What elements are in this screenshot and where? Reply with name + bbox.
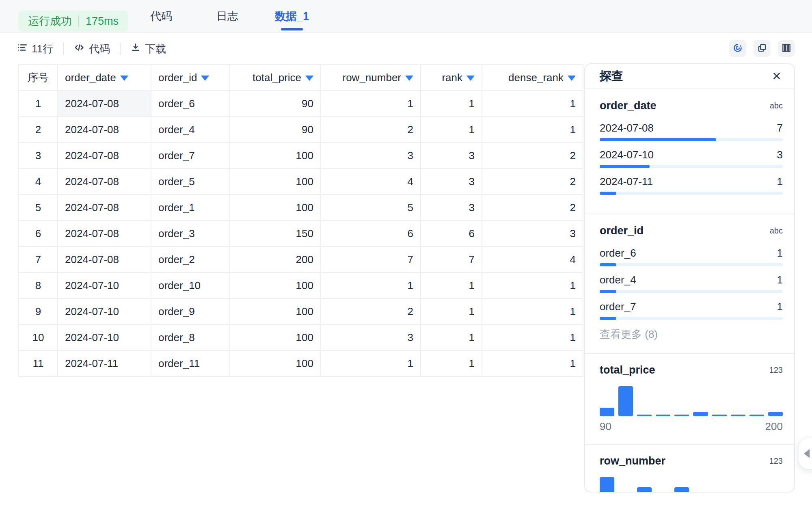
cell-rank[interactable]: 1 <box>421 298 482 324</box>
row-count-button[interactable]: 11行 <box>17 42 53 56</box>
sort-dropdown-icon[interactable] <box>201 76 209 81</box>
cell-order_date[interactable]: 2024-07-10 <box>58 324 151 350</box>
code-button[interactable]: 代码 <box>73 42 110 56</box>
cell-dense_rank[interactable]: 1 <box>482 324 583 350</box>
sort-dropdown-icon[interactable] <box>568 76 576 81</box>
cell-dense_rank[interactable]: 3 <box>482 220 583 246</box>
tab-code[interactable]: 代码 <box>150 0 172 32</box>
cell-order_date[interactable]: 2024-07-10 <box>58 272 151 298</box>
cell-rank[interactable]: 1 <box>421 272 482 298</box>
cell-row_number[interactable]: 3 <box>321 143 421 169</box>
cell-index[interactable]: 1 <box>19 91 58 117</box>
cell-order_id[interactable]: order_11 <box>151 350 230 376</box>
column-header-order_date[interactable]: order_date <box>58 65 151 91</box>
category-stat-item[interactable]: order_61 <box>600 247 783 266</box>
cell-total_price[interactable]: 100 <box>230 298 321 324</box>
category-stat-item[interactable]: order_41 <box>600 274 783 293</box>
cell-dense_rank[interactable]: 1 <box>482 350 583 376</box>
cell-order_id[interactable]: order_2 <box>151 246 230 272</box>
sort-dropdown-icon[interactable] <box>466 76 475 81</box>
cell-order_date[interactable]: 2024-07-08 <box>58 91 151 117</box>
cell-order_date[interactable]: 2024-07-08 <box>58 194 151 220</box>
cell-dense_rank[interactable]: 2 <box>482 194 583 220</box>
column-header-row_number[interactable]: row_number <box>321 65 421 91</box>
column-header-rank[interactable]: rank <box>421 65 482 91</box>
cell-dense_rank[interactable]: 1 <box>482 91 583 117</box>
cell-order_id[interactable]: order_9 <box>151 298 230 324</box>
cell-row_number[interactable]: 1 <box>321 350 421 376</box>
cell-order_id[interactable]: order_10 <box>151 272 230 298</box>
cell-rank[interactable]: 1 <box>421 91 482 117</box>
cell-index[interactable]: 4 <box>19 169 58 194</box>
panel-collapse-handle[interactable] <box>798 438 812 469</box>
columns-button[interactable] <box>778 40 795 57</box>
cell-order_id[interactable]: order_4 <box>151 117 230 143</box>
cell-index[interactable]: 7 <box>19 246 58 272</box>
sort-dropdown-icon[interactable] <box>305 76 313 81</box>
cell-dense_rank[interactable]: 2 <box>482 143 583 169</box>
cell-order_id[interactable]: order_7 <box>151 143 230 169</box>
cell-rank[interactable]: 1 <box>421 324 482 350</box>
tab-data-1[interactable]: 数据_1 <box>275 0 309 32</box>
cell-index[interactable]: 8 <box>19 272 58 298</box>
cell-rank[interactable]: 7 <box>421 246 482 272</box>
cell-total_price[interactable]: 90 <box>230 117 321 143</box>
cell-index[interactable]: 5 <box>19 194 58 220</box>
category-stat-item[interactable]: 2024-07-087 <box>600 122 783 141</box>
sort-dropdown-icon[interactable] <box>405 76 413 81</box>
cell-index[interactable]: 11 <box>19 350 58 376</box>
column-header-dense_rank[interactable]: dense_rank <box>482 65 583 91</box>
download-button[interactable]: 下载 <box>130 42 166 56</box>
cell-index[interactable]: 6 <box>19 220 58 246</box>
cell-total_price[interactable]: 100 <box>230 194 321 220</box>
cell-order_date[interactable]: 2024-07-08 <box>58 246 151 272</box>
cell-row_number[interactable]: 1 <box>321 272 421 298</box>
category-stat-item[interactable]: 2024-07-111 <box>600 175 783 195</box>
cell-total_price[interactable]: 90 <box>230 91 321 117</box>
cell-order_date[interactable]: 2024-07-08 <box>58 143 151 169</box>
cell-row_number[interactable]: 2 <box>321 117 421 143</box>
category-stat-item[interactable]: 2024-07-103 <box>600 149 783 168</box>
cell-dense_rank[interactable]: 1 <box>482 117 583 143</box>
cell-rank[interactable]: 3 <box>421 194 482 220</box>
cell-rank[interactable]: 3 <box>421 169 482 194</box>
cell-dense_rank[interactable]: 4 <box>482 246 583 272</box>
cell-total_price[interactable]: 150 <box>230 220 321 246</box>
cell-order_id[interactable]: order_1 <box>151 194 230 220</box>
cell-row_number[interactable]: 7 <box>321 246 421 272</box>
cell-row_number[interactable]: 6 <box>321 220 421 246</box>
cell-rank[interactable]: 1 <box>421 350 482 376</box>
cell-order_id[interactable]: order_3 <box>151 220 230 246</box>
tab-logs[interactable]: 日志 <box>216 0 238 32</box>
category-stat-item[interactable]: order_71 <box>600 300 783 320</box>
cell-total_price[interactable]: 200 <box>230 246 321 272</box>
cell-order_date[interactable]: 2024-07-08 <box>58 169 151 194</box>
cell-row_number[interactable]: 2 <box>321 298 421 324</box>
cell-total_price[interactable]: 100 <box>230 169 321 194</box>
column-header-order_id[interactable]: order_id <box>151 65 230 91</box>
cell-total_price[interactable]: 100 <box>230 272 321 298</box>
cell-row_number[interactable]: 3 <box>321 324 421 350</box>
duplicate-button[interactable] <box>754 40 771 57</box>
inspector-close-button[interactable] <box>771 71 782 82</box>
inspect-chart-button[interactable] <box>729 40 746 57</box>
cell-dense_rank[interactable]: 2 <box>482 169 583 194</box>
cell-order_id[interactable]: order_8 <box>151 324 230 350</box>
cell-order_date[interactable]: 2024-07-10 <box>58 298 151 324</box>
cell-order_id[interactable]: order_5 <box>151 169 230 194</box>
cell-row_number[interactable]: 4 <box>321 169 421 194</box>
cell-rank[interactable]: 6 <box>421 220 482 246</box>
view-more-link[interactable]: 查看更多 (8) <box>600 327 783 341</box>
sort-dropdown-icon[interactable] <box>120 76 128 81</box>
cell-index[interactable]: 2 <box>19 117 58 143</box>
cell-index[interactable]: 3 <box>19 143 58 169</box>
cell-row_number[interactable]: 1 <box>321 91 421 117</box>
cell-order_date[interactable]: 2024-07-08 <box>58 117 151 143</box>
cell-dense_rank[interactable]: 1 <box>482 298 583 324</box>
cell-rank[interactable]: 3 <box>421 143 482 169</box>
column-header-total_price[interactable]: total_price <box>230 65 321 91</box>
cell-dense_rank[interactable]: 1 <box>482 272 583 298</box>
cell-row_number[interactable]: 5 <box>321 194 421 220</box>
cell-order_date[interactable]: 2024-07-08 <box>58 220 151 246</box>
cell-total_price[interactable]: 100 <box>230 350 321 376</box>
